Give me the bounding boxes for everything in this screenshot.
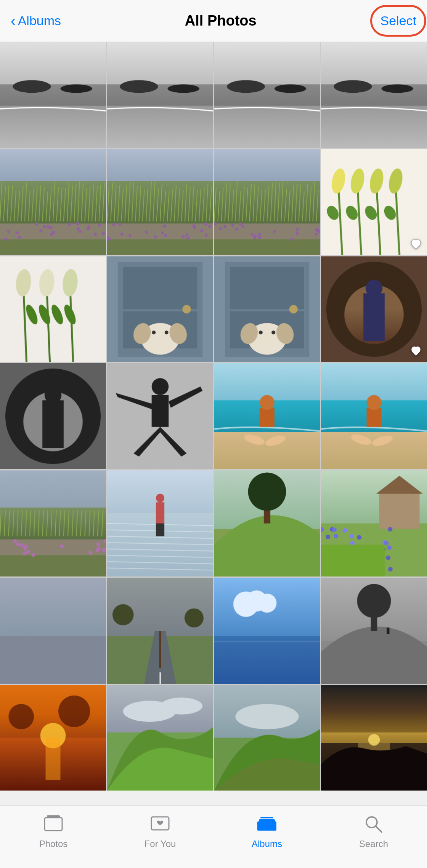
- photo-cell-8[interactable]: [321, 149, 427, 255]
- heart-icon-12: [409, 344, 423, 358]
- search-tab-icon: [362, 813, 385, 836]
- photo-cell-22[interactable]: [107, 578, 213, 684]
- svg-line-10: [376, 826, 382, 832]
- photo-cell-14[interactable]: [107, 363, 213, 469]
- tab-photos[interactable]: Photos: [0, 813, 107, 849]
- tab-for-you[interactable]: For You: [107, 813, 214, 849]
- svg-rect-6: [257, 821, 260, 831]
- heart-icon-8: [409, 237, 423, 251]
- back-button[interactable]: ‹ Albums: [11, 13, 61, 28]
- svg-rect-1: [45, 818, 62, 831]
- photo-cell-27[interactable]: [214, 685, 320, 791]
- photo-cell-3[interactable]: [214, 42, 320, 148]
- photo-cell-7[interactable]: [214, 149, 320, 255]
- svg-rect-3: [50, 815, 57, 817]
- svg-rect-0: [45, 818, 62, 831]
- photo-cell-28[interactable]: [321, 685, 427, 791]
- photo-cell-24[interactable]: [321, 578, 427, 684]
- header: ‹ Albums All Photos Select: [0, 0, 427, 42]
- photo-cell-10[interactable]: [107, 256, 213, 362]
- tab-search[interactable]: Search: [320, 813, 427, 849]
- photos-tab-icon: [42, 813, 65, 836]
- photo-cell-1[interactable]: [0, 42, 106, 148]
- svg-rect-5: [259, 819, 275, 831]
- photo-cell-17[interactable]: [0, 470, 106, 577]
- photo-cell-12[interactable]: [321, 256, 427, 362]
- tab-albums-label: Albums: [252, 839, 282, 849]
- photo-cell-15[interactable]: [214, 363, 320, 469]
- photo-cell-26[interactable]: [107, 685, 213, 791]
- photo-cell-4[interactable]: [321, 42, 427, 148]
- photo-cell-11[interactable]: [214, 256, 320, 362]
- albums-tab-icon: [255, 813, 278, 836]
- photo-cell-5[interactable]: [0, 149, 106, 255]
- photo-cell-9[interactable]: [0, 256, 106, 362]
- photo-cell-13[interactable]: [0, 363, 106, 469]
- select-button[interactable]: Select: [380, 13, 416, 28]
- photo-cell-23[interactable]: [214, 578, 320, 684]
- svg-rect-7: [273, 821, 276, 831]
- svg-rect-8: [260, 817, 273, 818]
- photo-cell-16[interactable]: [321, 363, 427, 469]
- photo-cell-2[interactable]: [107, 42, 213, 148]
- tab-bar: Photos For You Albums Sear: [0, 805, 427, 868]
- tab-photos-label: Photos: [39, 839, 68, 849]
- tab-albums[interactable]: Albums: [214, 813, 320, 849]
- tab-search-label: Search: [359, 839, 388, 849]
- photo-cell-6[interactable]: [107, 149, 213, 255]
- photo-cell-20[interactable]: [321, 470, 427, 577]
- page-title: All Photos: [185, 13, 257, 29]
- photo-cell-19[interactable]: [214, 470, 320, 577]
- for-you-tab-icon: [149, 813, 172, 836]
- photo-grid: [0, 42, 427, 791]
- photo-cell-25[interactable]: [0, 685, 106, 791]
- photo-cell-18[interactable]: [107, 470, 213, 577]
- back-label[interactable]: Albums: [18, 13, 61, 28]
- tab-for-you-label: For You: [144, 839, 176, 849]
- chevron-left-icon: ‹: [11, 14, 16, 28]
- photo-cell-21[interactable]: [0, 578, 106, 684]
